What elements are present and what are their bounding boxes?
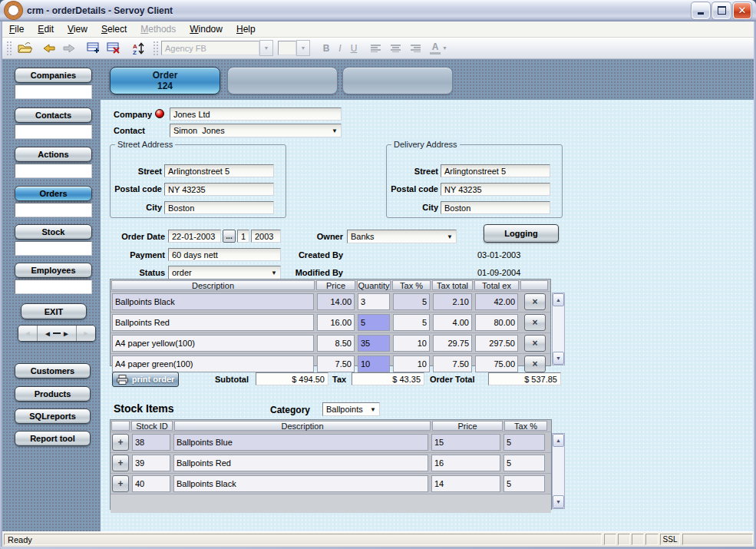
sidebar-item-contacts[interactable]: Contacts	[15, 107, 92, 123]
order-items-scrollbar[interactable]: ▲ ▼	[552, 293, 565, 365]
delete-record-button[interactable]	[104, 40, 123, 57]
logging-button[interactable]: Logging	[484, 224, 559, 243]
tab-blank-1[interactable]	[227, 67, 338, 94]
cell-total-ex[interactable]: 80.00	[475, 314, 518, 331]
cell-price[interactable]: 8.50	[317, 335, 355, 352]
cell-total-ex[interactable]: 42.00	[475, 293, 518, 310]
sidebar-tool-products[interactable]: Products	[15, 386, 91, 402]
cell-price[interactable]: 7.50	[317, 356, 355, 372]
remove-row-button[interactable]: ×	[524, 314, 546, 331]
scroll-up-button[interactable]: ▲	[553, 434, 564, 447]
cell-quantity[interactable]: 5	[358, 314, 390, 331]
nav-prev-icon[interactable]: ◄	[44, 329, 51, 338]
cell-description[interactable]: A4 paper green(100)	[112, 356, 314, 372]
cell-tax-pct[interactable]: 5	[393, 314, 430, 331]
cell-description[interactable]: Ballpoints Red	[112, 314, 314, 331]
open-button[interactable]	[15, 40, 34, 57]
delivery-street-field[interactable]: Arlingtonstreet 5	[441, 164, 550, 177]
cell-tax-total[interactable]: 2.10	[433, 293, 472, 310]
menu-file[interactable]: File	[2, 22, 31, 36]
col-header-quantity[interactable]: Quantity	[357, 280, 391, 290]
cell-stock-price[interactable]: 14	[431, 475, 500, 492]
order-item-row[interactable]: A4 paper yellow(100) 8.50 35 10 29.75 29…	[111, 332, 550, 353]
exit-button[interactable]: EXIT	[21, 303, 87, 319]
col-header-tax-pct[interactable]: Tax %	[392, 280, 431, 290]
cell-stock-id[interactable]: 40	[132, 475, 170, 492]
cell-total-ex[interactable]: 297.50	[475, 335, 518, 352]
nav-prev-next-buttons[interactable]: ◄►	[38, 326, 76, 341]
nav-next-icon[interactable]: ►	[62, 329, 70, 338]
cell-stock-description[interactable]: Ballpoints Black	[173, 475, 428, 492]
category-select[interactable]: Ballpoints ▼	[322, 402, 380, 416]
cell-tax-total[interactable]: 7.50	[433, 356, 472, 372]
maximize-button[interactable]	[712, 2, 731, 19]
sidebar-tool-reporttool[interactable]: Report tool	[15, 431, 91, 446]
cell-tax-pct[interactable]: 10	[393, 356, 430, 372]
remove-row-button[interactable]: ×	[524, 335, 546, 352]
scroll-up-button[interactable]: ▲	[553, 293, 564, 306]
sidebar-tool-sqlreports[interactable]: SQLreports	[15, 408, 91, 424]
menu-edit[interactable]: Edit	[31, 22, 61, 36]
tab-order[interactable]: Order 124	[110, 67, 220, 94]
cell-quantity[interactable]: 35	[358, 335, 390, 352]
contact-select[interactable]: Simon Jones ▼	[170, 124, 342, 137]
cell-stock-tax[interactable]: 5	[503, 434, 545, 451]
sidebar-item-employees[interactable]: Employees	[15, 263, 92, 278]
cell-tax-total[interactable]: 4.00	[433, 314, 472, 331]
col-header-stock-price[interactable]: Price	[432, 421, 503, 431]
sort-button[interactable]: AZ	[129, 40, 147, 57]
minimize-button[interactable]	[692, 2, 710, 19]
col-header-tax-total[interactable]: Tax total	[432, 280, 473, 290]
cell-quantity[interactable]: 10	[358, 356, 390, 372]
menu-view[interactable]: View	[61, 22, 94, 36]
stock-row[interactable]: + 38 Ballpoints Blue 15 5	[111, 432, 551, 452]
order-date-field[interactable]: 22-01-2003	[168, 230, 221, 243]
cell-price[interactable]: 14.00	[317, 293, 355, 310]
order-item-row[interactable]: Ballpoints Red 16.00 5 5 4.00 80.00 ×	[111, 312, 550, 332]
owner-select[interactable]: Banks ▼	[347, 230, 457, 243]
remove-row-button[interactable]: ×	[524, 356, 546, 372]
sidebar-item-companies[interactable]: Companies	[15, 68, 92, 83]
col-header-stock-tax[interactable]: Tax %	[504, 421, 547, 431]
col-header-stock-id[interactable]: Stock ID	[131, 421, 173, 431]
col-header-price[interactable]: Price	[316, 280, 355, 290]
delivery-city-field[interactable]: Boston	[441, 201, 550, 214]
street-field[interactable]: Arlingtonstreet 5	[164, 164, 274, 177]
status-select[interactable]: order ▼	[168, 266, 281, 279]
nav-first-button[interactable]: ◄	[18, 326, 38, 341]
postal-field[interactable]: NY 43235	[164, 183, 274, 196]
stock-row[interactable]: + 40 Ballpoints Black 14 5	[111, 473, 551, 494]
col-header-stock-description[interactable]: Description	[174, 421, 431, 431]
remove-row-button[interactable]: ×	[524, 293, 546, 310]
order-item-row[interactable]: Ballpoints Black 14.00 3 5 2.10 42.00 ×	[111, 291, 550, 312]
new-record-button[interactable]	[84, 40, 103, 57]
add-stock-button[interactable]: +	[112, 475, 129, 492]
add-stock-button[interactable]: +	[112, 455, 129, 471]
col-header-description[interactable]: Description	[111, 280, 315, 290]
cell-quantity[interactable]: 3	[358, 293, 390, 310]
order-item-row[interactable]: A4 paper green(100) 7.50 10 10 7.50 75.0…	[111, 353, 550, 374]
add-stock-button[interactable]: +	[112, 434, 129, 451]
sidebar-item-orders[interactable]: Orders	[15, 186, 92, 201]
back-button[interactable]	[40, 40, 58, 57]
payment-field[interactable]: 60 days nett	[168, 248, 281, 261]
stock-scrollbar[interactable]: ▲ ▼	[552, 433, 565, 509]
cell-tax-total[interactable]: 29.75	[433, 335, 472, 352]
cell-stock-price[interactable]: 15	[431, 434, 500, 451]
date-picker-button[interactable]: ...	[223, 230, 236, 243]
company-field[interactable]: Jones Ltd	[170, 107, 342, 121]
cell-description[interactable]: Ballpoints Black	[112, 293, 314, 310]
cell-stock-id[interactable]: 38	[132, 434, 170, 451]
sidebar-item-actions[interactable]: Actions	[15, 147, 92, 162]
cell-stock-description[interactable]: Ballpoints Blue	[173, 434, 428, 451]
cell-price[interactable]: 16.00	[317, 314, 355, 331]
cell-stock-description[interactable]: Ballpoints Red	[173, 455, 428, 471]
cell-tax-pct[interactable]: 10	[393, 335, 430, 352]
cell-stock-price[interactable]: 16	[431, 455, 500, 471]
delivery-postal-field[interactable]: NY 43235	[441, 183, 550, 196]
scroll-down-button[interactable]: ▼	[553, 495, 564, 508]
stock-row[interactable]: + 39 Ballpoints Red 16 5	[111, 452, 551, 473]
cell-stock-tax[interactable]: 5	[503, 475, 545, 492]
col-header-total-ex[interactable]: Total ex	[474, 280, 519, 290]
nav-last-button[interactable]: ►	[76, 326, 95, 341]
